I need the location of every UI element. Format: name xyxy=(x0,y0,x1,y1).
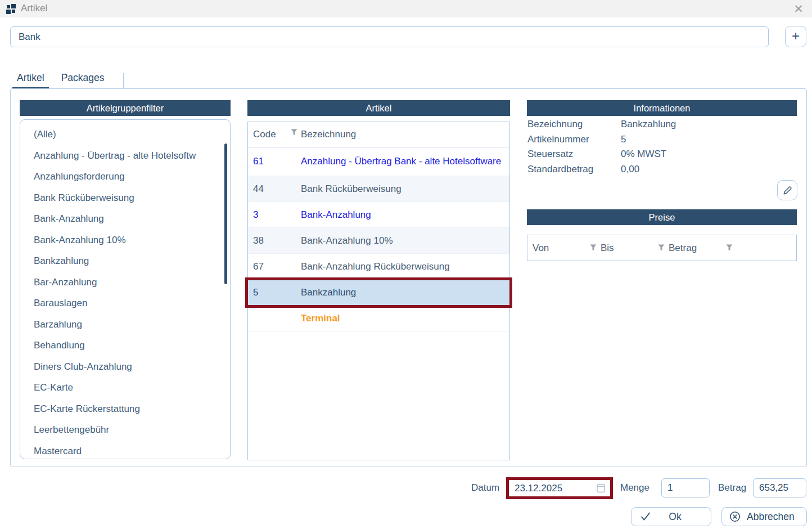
article-code: 67 xyxy=(253,261,297,272)
article-name: Bank-Anzahlung Rücküberweisung xyxy=(301,261,450,273)
filter-funnel-icon[interactable] xyxy=(658,244,665,252)
column-header-bezeichnung[interactable]: Bezeichnung xyxy=(301,129,356,140)
date-input[interactable]: 23.12.2025 xyxy=(509,483,597,494)
filter-item[interactable]: Diners Club-Anzahlung xyxy=(20,356,230,378)
window-title: Artikel xyxy=(21,3,47,14)
article-table: Code Bezeichnung 61Anzahlung - Übertrag … xyxy=(247,122,510,460)
close-icon[interactable]: ✕ xyxy=(791,1,806,17)
filter-item[interactable]: Bank-Anzahlung 10% xyxy=(20,230,230,251)
filter-item[interactable]: Anzahlungsforderung xyxy=(20,166,230,187)
filter-item[interactable]: Behandlung xyxy=(20,335,230,356)
filter-item[interactable]: Bank-Anzahlung xyxy=(20,208,230,230)
add-article-button[interactable]: + xyxy=(785,26,806,47)
betrag-label: Betrag xyxy=(718,482,746,494)
filter-funnel-icon[interactable] xyxy=(291,129,298,136)
article-code: 5 xyxy=(253,287,297,298)
info-value: 0% MWST xyxy=(621,149,792,160)
price-column-header[interactable]: Bis xyxy=(601,243,669,254)
article-code: 38 xyxy=(253,235,297,246)
cancel-button[interactable]: Abbrechen xyxy=(721,507,807,526)
article-row[interactable]: 38Bank-Anzahlung 10% xyxy=(248,228,509,254)
menge-label: Menge xyxy=(620,482,649,494)
filter-funnel-icon[interactable] xyxy=(590,244,597,252)
filter-item[interactable]: (Alle) xyxy=(20,124,230,145)
ok-button[interactable]: Ok xyxy=(631,507,711,526)
filter-item[interactable]: Barauslagen xyxy=(20,293,230,314)
article-table-header: Code Bezeichnung xyxy=(248,122,509,147)
info-value: 5 xyxy=(621,134,792,145)
article-panel-header: Artikel xyxy=(247,100,510,116)
article-code: 44 xyxy=(253,183,297,195)
prices-panel-header: Preise xyxy=(527,209,797,225)
price-column-header[interactable]: Von xyxy=(533,243,601,254)
datum-label: Datum xyxy=(471,482,499,494)
tab-separator xyxy=(123,73,124,88)
article-name: Bank-Anzahlung 10% xyxy=(301,235,393,247)
filter-item[interactable]: EC-Karte Rückerstattung xyxy=(20,398,230,420)
filter-funnel-icon[interactable] xyxy=(726,244,733,252)
article-name: Bank-Anzahlung xyxy=(301,209,371,221)
calendar-icon[interactable] xyxy=(597,483,606,493)
info-panel-header: Informationen xyxy=(527,100,797,116)
info-label: Steuersatz xyxy=(527,149,621,160)
info-fields: BezeichnungBankzahlungArtikelnummer5Steu… xyxy=(527,119,792,175)
filter-item[interactable]: Mastercard xyxy=(20,441,230,460)
plus-icon: + xyxy=(792,28,800,43)
article-row[interactable]: 3Bank-Anzahlung xyxy=(248,202,509,228)
title-bar: Artikel ✕ xyxy=(0,0,812,17)
article-row[interactable]: Terminal xyxy=(248,306,509,331)
tab-artikel[interactable]: Artikel xyxy=(12,72,49,89)
article-name: Bankzahlung xyxy=(301,286,356,299)
info-label: Bezeichnung xyxy=(527,119,621,130)
filter-item[interactable]: Bar-Anzahlung xyxy=(20,272,230,293)
filter-panel-header: Artikelgruppenfilter xyxy=(20,100,231,116)
filter-item[interactable]: Anzahlung - Übertrag - alte Hotelsoftw xyxy=(20,145,230,167)
info-label: Standardbetrag xyxy=(527,164,621,175)
article-code: 3 xyxy=(253,209,297,221)
column-header-code[interactable]: Code xyxy=(253,129,276,140)
check-icon xyxy=(640,512,651,521)
article-name: Anzahlung - Übertrag Bank - alte Hotelso… xyxy=(301,155,501,168)
article-row[interactable]: 61Anzahlung - Übertrag Bank - alte Hotel… xyxy=(248,147,509,176)
filter-item[interactable]: Bankzahlung xyxy=(20,250,230,272)
circle-x-icon xyxy=(729,510,741,523)
article-group-filter-list: (Alle)Anzahlung - Übertrag - alte Hotels… xyxy=(20,119,231,459)
article-name: Bank Rücküberweisung xyxy=(301,183,402,195)
artikel-dialog: Artikel ✕ + Artikel Packages Artikelgrup… xyxy=(0,0,812,529)
article-name: Terminal xyxy=(301,312,340,325)
betrag-input[interactable] xyxy=(753,478,806,497)
menge-input[interactable] xyxy=(661,478,710,497)
info-label: Artikelnummer xyxy=(527,134,621,145)
filter-item[interactable]: Bank Rücküberweisung xyxy=(20,187,230,209)
filter-item[interactable]: Barzahlung xyxy=(20,314,230,335)
article-code: 61 xyxy=(253,156,297,167)
scrollbar-thumb[interactable] xyxy=(224,144,227,284)
search-input[interactable] xyxy=(10,26,769,47)
app-grid-icon xyxy=(6,4,16,14)
tab-bar: Artikel Packages xyxy=(12,72,124,89)
article-row[interactable]: 5Bankzahlung xyxy=(248,280,509,306)
tab-packages[interactable]: Packages xyxy=(57,72,109,89)
date-annotation-box: 23.12.2025 xyxy=(506,477,613,499)
article-row[interactable]: 67Bank-Anzahlung Rücküberweisung xyxy=(248,254,509,280)
edit-article-button[interactable] xyxy=(777,180,797,200)
price-column-header[interactable]: Betrag xyxy=(669,243,737,254)
filter-item[interactable]: Leerbettengebühr xyxy=(20,419,230,441)
pencil-icon xyxy=(782,185,793,196)
info-value: 0,00 xyxy=(621,164,792,175)
article-row[interactable]: 44Bank Rücküberweisung xyxy=(248,176,509,202)
prices-table-header: Von Bis Betrag xyxy=(527,235,797,261)
filter-item[interactable]: EC-Karte xyxy=(20,377,230,398)
info-value: Bankzahlung xyxy=(621,119,792,130)
